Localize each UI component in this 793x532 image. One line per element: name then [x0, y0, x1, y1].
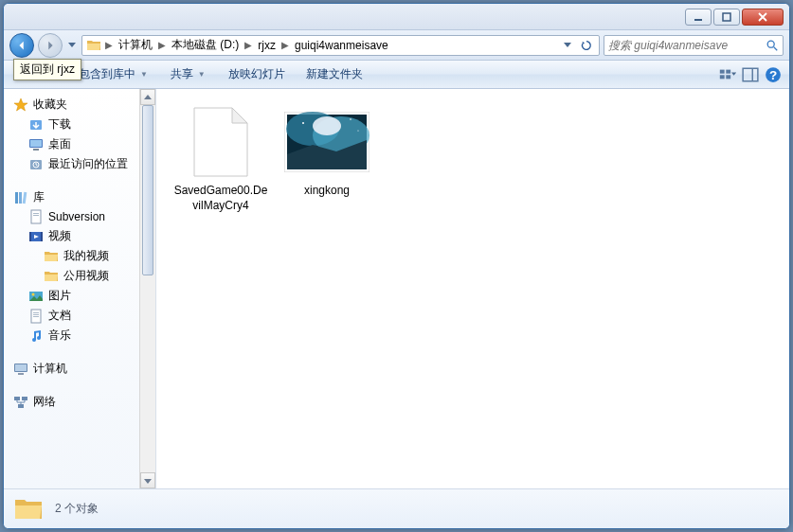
- scroll-down-icon[interactable]: [140, 472, 155, 488]
- scroll-up-icon[interactable]: [140, 89, 155, 105]
- explorer-window: ▶ 计算机▶ 本地磁盘 (D:)▶ rjxz▶ guiqi4wanmeisave…: [3, 3, 790, 529]
- preview-pane-button[interactable]: [742, 66, 759, 83]
- crumb-computer[interactable]: 计算机: [115, 36, 156, 55]
- include-library-button[interactable]: 包含到库中 ▼: [69, 63, 159, 85]
- svg-rect-37: [18, 404, 24, 408]
- libraries-group[interactable]: 库: [4, 187, 155, 207]
- search-box[interactable]: [604, 35, 784, 56]
- svg-rect-7: [743, 68, 758, 81]
- address-dropdown[interactable]: [559, 37, 576, 54]
- status-bar: 2 个对象: [4, 488, 789, 528]
- svg-rect-36: [22, 397, 27, 400]
- library-icon: [13, 190, 28, 205]
- address-bar[interactable]: ▶ 计算机▶ 本地磁盘 (D:)▶ rjxz▶ guiqi4wanmeisave: [81, 35, 600, 56]
- crumb-drive[interactable]: 本地磁盘 (D:): [168, 36, 243, 55]
- svg-point-27: [32, 293, 35, 295]
- sidebar-item-desktop[interactable]: 桌面: [4, 134, 155, 154]
- svg-rect-31: [33, 316, 39, 317]
- svg-rect-21: [33, 213, 39, 214]
- chevron-right-icon[interactable]: ▶: [279, 40, 291, 50]
- file-list[interactable]: SavedGame00.DevilMayCry4 xingkong: [156, 89, 789, 488]
- sidebar-item-recent[interactable]: 最近访问的位置: [4, 154, 155, 174]
- svg-rect-18: [19, 192, 22, 204]
- svg-rect-3: [720, 70, 725, 74]
- search-icon: [766, 39, 779, 52]
- svg-rect-6: [726, 75, 730, 79]
- svg-text:?: ?: [769, 67, 777, 81]
- svg-rect-13: [30, 140, 42, 147]
- svg-rect-29: [33, 312, 39, 313]
- toolbar: 组织 ▼ 包含到库中 ▼ 共享 ▼ 放映幻灯片 新建文件夹 ?: [4, 61, 789, 89]
- video-icon: [28, 229, 44, 244]
- svg-rect-5: [720, 75, 725, 79]
- help-button[interactable]: ?: [765, 66, 782, 83]
- crumb-folder-1[interactable]: rjxz: [254, 36, 279, 55]
- sidebar-item-my-videos[interactable]: 我的视频: [4, 246, 155, 266]
- svg-point-2: [767, 41, 774, 47]
- sidebar-item-public-videos[interactable]: 公用视频: [4, 266, 155, 286]
- svg-point-44: [350, 118, 351, 120]
- file-item[interactable]: xingkong: [279, 104, 374, 199]
- sidebar-item-videos[interactable]: 视频: [4, 226, 155, 246]
- file-icon: [178, 104, 263, 180]
- chevron-right-icon[interactable]: ▶: [156, 40, 168, 50]
- sidebar-item-pictures[interactable]: 图片: [4, 286, 155, 306]
- svg-rect-25: [41, 232, 43, 241]
- folder-icon: [44, 249, 59, 264]
- sidebar-item-downloads[interactable]: 下载: [4, 115, 155, 134]
- search-input[interactable]: [608, 39, 766, 52]
- document-icon: [28, 309, 44, 324]
- file-label: SavedGame00.DevilMayCry4: [173, 184, 268, 213]
- svg-rect-22: [33, 215, 39, 216]
- slideshow-button[interactable]: 放映幻灯片: [219, 63, 295, 85]
- navpane-scrollbar[interactable]: [139, 89, 155, 488]
- close-button[interactable]: [742, 9, 784, 26]
- svg-rect-4: [726, 70, 730, 74]
- music-icon: [28, 328, 44, 344]
- favorites-group[interactable]: 收藏夹: [4, 95, 155, 115]
- download-icon: [28, 117, 44, 133]
- titlebar: [4, 4, 789, 30]
- breadcrumb: 计算机▶ 本地磁盘 (D:)▶ rjxz▶ guiqi4wanmeisave: [115, 36, 392, 55]
- computer-icon: [13, 362, 28, 377]
- navbar: ▶ 计算机▶ 本地磁盘 (D:)▶ rjxz▶ guiqi4wanmeisave…: [4, 30, 789, 61]
- share-button[interactable]: 共享 ▼: [161, 63, 217, 85]
- svg-point-43: [302, 122, 304, 124]
- scroll-thumb[interactable]: [142, 105, 153, 275]
- computer-group[interactable]: 计算机: [4, 359, 155, 379]
- chevron-right-icon[interactable]: ▶: [103, 40, 115, 50]
- svg-rect-30: [33, 314, 39, 315]
- nav-history-dropdown[interactable]: [66, 36, 78, 55]
- svg-rect-19: [23, 191, 27, 203]
- picture-icon: [28, 289, 44, 304]
- svg-rect-14: [33, 149, 39, 151]
- file-label: xingkong: [304, 184, 350, 199]
- star-icon: [13, 98, 28, 113]
- sidebar-item-documents[interactable]: 文档: [4, 306, 155, 326]
- refresh-button[interactable]: [578, 37, 595, 54]
- navigation-pane: 收藏夹 下载 桌面 最近访问的位置 库 Subversion 视频 我的视频 公…: [4, 89, 156, 488]
- svg-rect-24: [29, 232, 31, 241]
- file-item[interactable]: SavedGame00.DevilMayCry4: [173, 104, 268, 213]
- svg-rect-35: [14, 397, 20, 400]
- svg-point-45: [357, 130, 358, 131]
- minimize-button[interactable]: [685, 9, 712, 26]
- svg-rect-33: [15, 364, 27, 371]
- new-folder-button[interactable]: 新建文件夹: [297, 63, 372, 85]
- svg-rect-34: [18, 373, 24, 375]
- network-group[interactable]: 网络: [4, 392, 155, 412]
- svg-rect-1: [723, 13, 730, 21]
- svg-rect-20: [31, 210, 41, 223]
- chevron-right-icon[interactable]: ▶: [243, 40, 254, 50]
- view-options-button[interactable]: [719, 66, 736, 83]
- network-icon: [13, 395, 28, 410]
- forward-button[interactable]: [38, 33, 63, 58]
- desktop-icon: [28, 137, 44, 152]
- sidebar-item-music[interactable]: 音乐: [4, 326, 155, 346]
- back-button[interactable]: [9, 33, 34, 58]
- svg-rect-17: [15, 192, 18, 204]
- crumb-folder-2[interactable]: guiqi4wanmeisave: [291, 36, 392, 55]
- svg-point-42: [313, 116, 341, 135]
- sidebar-item-subversion[interactable]: Subversion: [4, 207, 155, 226]
- maximize-button[interactable]: [713, 9, 740, 26]
